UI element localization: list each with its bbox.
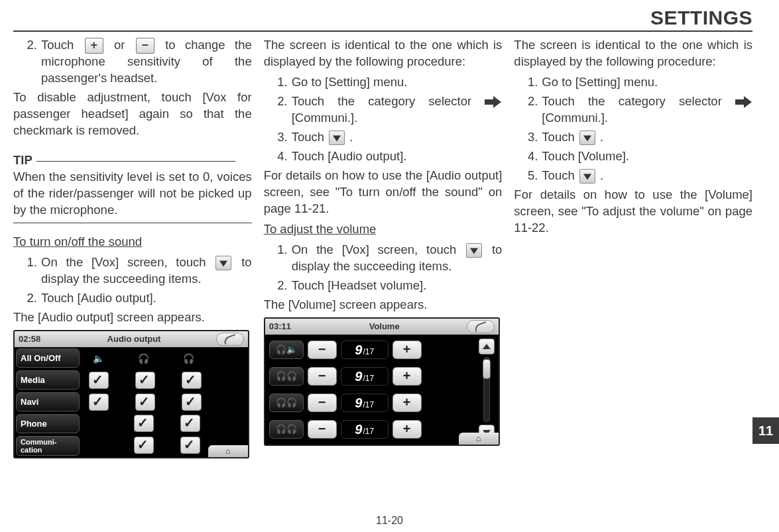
text: Touch the category selector — [542, 94, 721, 108]
text: On the [Vox] screen, touch — [292, 242, 457, 256]
checkbox[interactable] — [134, 437, 154, 454]
checkbox[interactable] — [135, 372, 155, 389]
row-label[interactable]: Navi — [16, 392, 80, 411]
text: The screen is identical to the one which… — [514, 37, 752, 70]
minus-button[interactable]: − — [308, 394, 337, 412]
scrollbar[interactable] — [475, 335, 499, 445]
page-title: SETTINGS — [13, 7, 752, 32]
checkbox[interactable] — [134, 415, 154, 432]
list-number: 4. — [264, 148, 292, 165]
plus-button[interactable]: + — [392, 420, 422, 439]
list-number: 2. — [13, 290, 41, 307]
text: . — [600, 130, 603, 144]
headset-icon: 🎧 — [172, 352, 204, 365]
column-3: The screen is identical to the one which… — [514, 37, 752, 458]
source-icon: 🎧🔈 — [269, 341, 304, 359]
headset-icon: 🎧 — [127, 352, 159, 365]
text: For details on how to use the [Audio out… — [264, 168, 503, 217]
text: The [Audio output] screen appears. — [13, 309, 252, 326]
minus-button[interactable]: − — [308, 341, 337, 359]
text: On the [Vox] screen, touch — [41, 255, 206, 269]
text: Touch [Audio output]. — [292, 148, 503, 165]
row-label[interactable]: Communi- cation — [16, 436, 80, 455]
column-2: The screen is identical to the one which… — [264, 37, 503, 458]
source-icon: 🎧🎧 — [269, 394, 304, 412]
text: [Communi.]. — [292, 111, 358, 125]
plus-button[interactable]: + — [392, 394, 422, 412]
checkbox[interactable] — [182, 372, 202, 389]
checkbox[interactable] — [182, 394, 202, 411]
checkbox[interactable] — [180, 415, 200, 432]
text: Touch [Volume]. — [542, 148, 752, 165]
chapter-tab: 11 — [752, 417, 779, 444]
scroll-track[interactable] — [483, 357, 490, 422]
list-number: 3. — [514, 129, 542, 146]
checkbox[interactable] — [180, 437, 200, 454]
subheading: To turn on/off the sound — [13, 234, 252, 250]
minus-button[interactable]: − — [308, 367, 337, 386]
checkbox[interactable] — [89, 372, 109, 389]
list-number: 4. — [514, 148, 542, 165]
list-number: 2. — [264, 278, 292, 294]
column-1: 2. Touch + or − to change the microphone… — [13, 37, 252, 458]
text: Touch — [292, 130, 324, 144]
audio-output-screenshot: 02:58 Audio output All On/Off Media Navi… — [13, 330, 249, 458]
text: Go to [Setting] menu. — [292, 74, 503, 91]
down-triangle-icon[interactable] — [579, 169, 595, 184]
text: . — [600, 168, 603, 182]
text: or — [114, 38, 125, 52]
checkbox[interactable] — [135, 394, 155, 411]
screen-title: Audio output — [52, 333, 216, 345]
tip-label: TIP — [13, 152, 32, 169]
text: . — [349, 130, 353, 144]
scroll-up-icon[interactable] — [479, 339, 495, 354]
list-number: 2. — [514, 93, 542, 110]
list-number: 1. — [13, 254, 41, 271]
text: Go to [Setting] menu. — [542, 74, 752, 91]
screen-title: Volume — [302, 321, 467, 333]
down-triangle-icon[interactable] — [579, 131, 595, 145]
down-triangle-icon[interactable] — [329, 131, 345, 145]
subheading: To adjust the volume — [264, 221, 503, 238]
page-number: 11-20 — [0, 515, 779, 527]
tip-text: When the sensitivity level is set to 0, … — [13, 169, 252, 219]
plus-button[interactable]: + — [85, 38, 103, 54]
list-number: 2. — [264, 93, 292, 110]
down-triangle-icon[interactable] — [466, 243, 482, 258]
volume-value: 9/17 — [341, 420, 389, 439]
arrow-right-icon — [485, 97, 502, 107]
volume-value: 9/17 — [341, 341, 389, 359]
home-icon[interactable]: ⌂ — [459, 433, 499, 445]
list-number: 2. — [13, 37, 41, 54]
row-label[interactable]: Media — [16, 370, 80, 390]
back-icon[interactable] — [216, 333, 244, 346]
source-icon: 🎧🎧 — [269, 420, 304, 439]
text: Touch — [542, 130, 574, 144]
list-number: 5. — [514, 168, 542, 184]
row-label[interactable]: All On/Off — [16, 348, 80, 368]
plus-button[interactable]: + — [392, 341, 422, 359]
text: The screen is identical to the one which… — [264, 37, 503, 70]
clock: 03:11 — [265, 321, 302, 333]
down-triangle-icon[interactable] — [215, 256, 231, 270]
list-number: 3. — [264, 129, 292, 146]
text: Touch the category selector — [292, 94, 471, 108]
volume-screenshot: 03:11 Volume 🎧🔈 − 9/17 + 🎧🎧 — [264, 317, 500, 446]
speaker-icon: 🔈 — [82, 352, 114, 365]
text: For details on how to use the [Volume] s… — [514, 187, 752, 237]
minus-button[interactable]: − — [136, 38, 154, 54]
row-label[interactable]: Phone — [16, 414, 80, 433]
text: [Communi.]. — [542, 111, 608, 125]
list-number: 1. — [264, 242, 292, 258]
text: The [Volume] screen appears. — [264, 297, 503, 313]
text: Touch — [41, 38, 74, 52]
back-icon[interactable] — [467, 320, 495, 333]
checkbox[interactable] — [89, 394, 109, 411]
scroll-thumb[interactable] — [483, 359, 491, 379]
text: To disable adjustment, touch [Vox for pa… — [13, 89, 252, 139]
minus-button[interactable]: − — [308, 420, 337, 439]
volume-value: 9/17 — [341, 394, 389, 412]
list-number: 1. — [514, 74, 542, 91]
home-icon[interactable]: ⌂ — [208, 445, 248, 457]
plus-button[interactable]: + — [392, 367, 422, 386]
